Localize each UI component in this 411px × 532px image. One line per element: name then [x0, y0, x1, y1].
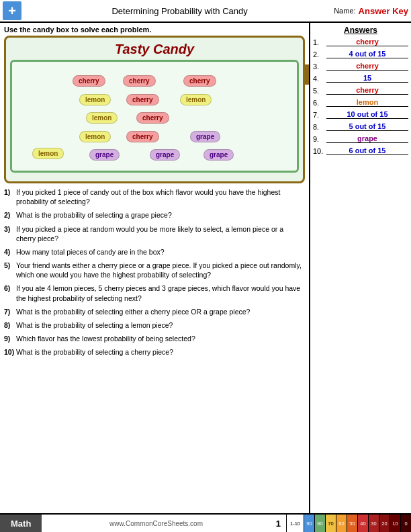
question-text: If you ate 4 lemon pieces, 5 cherry piec… [16, 283, 305, 302]
question-number: 10) [4, 347, 16, 357]
score-cell: 60 [336, 515, 347, 532]
answer-row: 10.6 out of 15 [313, 146, 408, 155]
question-text: Which flavor has the lowest probability … [16, 334, 305, 343]
question-number: 9) [4, 334, 16, 343]
answer-number: 10. [313, 147, 326, 155]
candy-grape: grape [150, 149, 180, 161]
question-text: If you picked 1 piece of candy out of th… [16, 187, 305, 206]
question-row: 1)If you picked 1 piece of candy out of … [4, 187, 305, 206]
question-text: What is the probability of selecting a c… [16, 347, 305, 357]
question-text: What is the probability of selecting eit… [16, 307, 305, 316]
question-row: 10)What is the probability of selecting … [4, 347, 305, 357]
questions: 1)If you picked 1 piece of candy out of … [4, 187, 305, 357]
score-cell: 90 [304, 515, 314, 532]
question-row: 7)What is the probability of selecting e… [4, 307, 305, 316]
right-panel: Answers 1.cherry2.4 out of 153.cherry4.1… [310, 23, 411, 513]
answer-row: 3.cherry [313, 62, 408, 71]
candy-cherry: cherry [136, 112, 169, 124]
score-cell: 70 [325, 515, 336, 532]
score-cell: 50 [347, 515, 357, 532]
question-number: 4) [4, 247, 16, 257]
answer-value: grape [326, 134, 408, 143]
question-number: 2) [4, 210, 16, 220]
question-text: If you picked a piece at random would yo… [16, 224, 305, 243]
candy-lemon: lemon [32, 148, 64, 159]
left-panel: Use the candy box to solve each problem.… [0, 23, 310, 513]
candy-grape: grape [89, 149, 120, 161]
answer-value: 15 [326, 74, 408, 83]
question-text: What is the probability of selecting a l… [16, 320, 305, 330]
answer-row: 5.cherry [313, 86, 408, 95]
answer-number: 2. [313, 50, 326, 58]
answer-number: 5. [313, 87, 326, 95]
question-text: Your friend wants either a cherry piece … [16, 261, 305, 279]
candy-grape: grape [190, 131, 220, 142]
answer-value: 6 out of 15 [326, 146, 408, 155]
question-number: 6) [4, 283, 16, 302]
question-number: 8) [4, 320, 16, 330]
question-text: What is the probability of selecting a g… [16, 210, 305, 220]
candy-cherry: cherry [183, 75, 216, 87]
score-cell: 0 [400, 515, 411, 532]
candy-box-inner: cherrycherrycherrylemoncherrylemonlemonc… [10, 60, 299, 173]
header: + Determining Probability with Candy Nam… [0, 0, 411, 23]
answer-value: 10 out of 15 [326, 110, 408, 119]
answer-row: 2.4 out of 15 [313, 50, 408, 58]
answer-value: cherry [326, 38, 408, 46]
score-cell: 10 [390, 515, 400, 532]
candy-cherry: cherry [73, 75, 105, 87]
score-cell: 30 [368, 515, 379, 532]
candy-box-title: Tasty Candy [10, 42, 299, 57]
answer-value: cherry [326, 62, 408, 71]
question-text: How many total pieces of candy are in th… [16, 247, 305, 257]
answer-row: 8.5 out of 15 [313, 122, 408, 131]
answer-value: 4 out of 15 [326, 50, 408, 58]
question-number: 3) [4, 224, 16, 243]
name-label: Name: [334, 7, 355, 15]
instruction: Use the candy box to solve each problem. [4, 26, 305, 34]
plus-icon: + [3, 1, 21, 20]
score-cell: 80 [314, 515, 325, 532]
answer-value: 5 out of 15 [326, 122, 408, 131]
question-row: 9)Which flavor has the lowest probabilit… [4, 334, 305, 343]
candy-box: Tasty Candy cherrycherrycherrylemoncherr… [4, 36, 305, 183]
candy-lemon: lemon [180, 94, 212, 105]
answer-number: 4. [313, 75, 326, 83]
footer-scores: 1-109080706050403020100 [286, 515, 411, 532]
answer-number: 1. [313, 38, 326, 46]
footer-website: www.CommonCoreSheets.com [42, 520, 270, 527]
answers-title: Answers [313, 26, 408, 35]
box-arrow [303, 64, 310, 85]
answer-row: 6.lemon [313, 98, 408, 107]
question-row: 2)What is the probability of selecting a… [4, 210, 305, 220]
answer-value: cherry [326, 86, 408, 95]
question-row: 3)If you picked a piece at random would … [4, 224, 305, 243]
question-row: 8)What is the probability of selecting a… [4, 320, 305, 330]
candy-cherry: cherry [126, 131, 159, 142]
score-cell: 20 [379, 515, 390, 532]
candy-grape: grape [203, 149, 234, 161]
answer-row: 4.15 [313, 74, 408, 83]
candy-lemon: lemon [86, 112, 118, 124]
answer-number: 7. [313, 111, 326, 119]
candy-lemon: lemon [79, 131, 111, 142]
question-number: 7) [4, 307, 16, 316]
footer-page: 1 [276, 519, 281, 529]
footer-subject: Math [0, 515, 42, 532]
answer-number: 9. [313, 135, 326, 143]
candy-cherry: cherry [123, 75, 156, 87]
header-title: Determining Probability with Candy [26, 6, 334, 16]
candy-cherry: cherry [126, 94, 159, 105]
answer-value: lemon [326, 98, 408, 107]
footer: Math www.CommonCoreSheets.com 1 1-109080… [0, 513, 411, 532]
answer-row: 1.cherry [313, 38, 408, 46]
question-number: 1) [4, 187, 16, 206]
answers-container: 1.cherry2.4 out of 153.cherry4.155.cherr… [313, 38, 408, 155]
question-number: 5) [4, 261, 16, 279]
score-cell: 40 [357, 515, 368, 532]
answer-row: 7.10 out of 15 [313, 110, 408, 119]
answer-key-label: Answer Key [359, 6, 408, 16]
main-container: Use the candy box to solve each problem.… [0, 23, 411, 513]
score-label: 1-10 [286, 515, 304, 532]
question-row: 5)Your friend wants either a cherry piec… [4, 261, 305, 279]
